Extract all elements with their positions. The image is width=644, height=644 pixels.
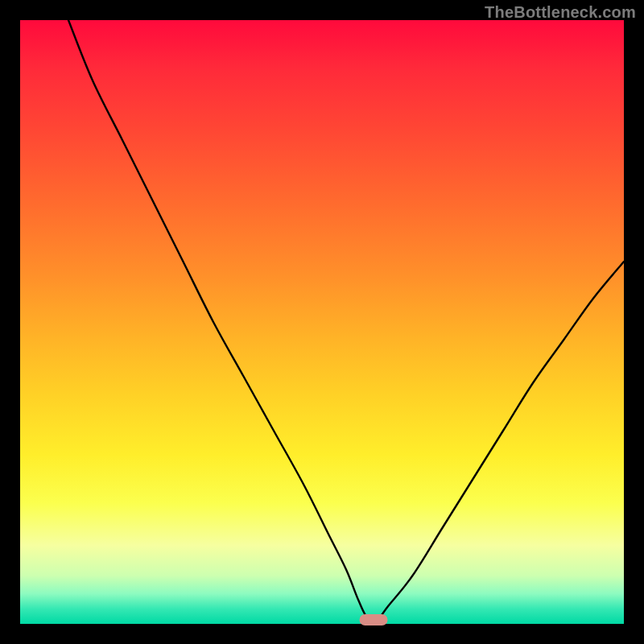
- bottleneck-curve: [68, 20, 624, 622]
- watermark-text: TheBottleneck.com: [485, 3, 636, 22]
- minimum-marker: [359, 614, 387, 625]
- curve-svg: [20, 20, 624, 624]
- chart-frame: TheBottleneck.com: [0, 0, 644, 644]
- plot-area: [20, 20, 624, 624]
